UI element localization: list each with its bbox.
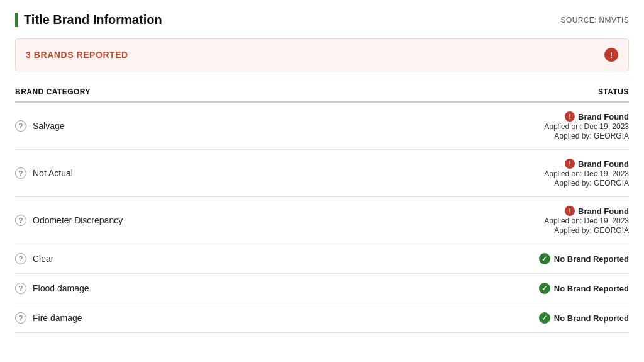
brand-applied-by: Applied by: GEORGIA <box>554 132 629 140</box>
brand-found-status: !Brand FoundApplied on: Dec 19, 2023Appl… <box>544 206 629 235</box>
table-header: BRAND CATEGORY STATUS <box>15 84 629 103</box>
table-row: ?Clear✓No Brand Reported <box>15 244 629 274</box>
brand-name: Fire damage <box>33 313 82 323</box>
help-icon[interactable]: ? <box>15 283 26 294</box>
brand-applied-on: Applied on: Dec 19, 2023 <box>544 169 629 178</box>
brand-found-status: !Brand FoundApplied on: Dec 19, 2023Appl… <box>544 159 629 188</box>
brands-reported-banner: 3 BRANDS REPORTED ! <box>15 38 629 71</box>
brand-row-left: ?Salvage <box>15 120 65 132</box>
brand-name: Odometer Discrepancy <box>33 215 123 225</box>
no-brand-label: No Brand Reported <box>554 254 629 264</box>
brand-row-right: !Brand FoundApplied on: Dec 19, 2023Appl… <box>544 159 629 188</box>
brand-found-label: Brand Found <box>578 159 629 169</box>
brand-name: Flood damage <box>33 283 89 293</box>
no-brand-check-icon: ✓ <box>539 283 550 294</box>
brand-row-right: ✓No Brand Reported <box>539 312 629 324</box>
brand-applied-on: Applied on: Dec 19, 2023 <box>544 217 629 225</box>
no-brand-check-icon: ✓ <box>539 253 550 264</box>
help-icon[interactable]: ? <box>15 215 26 226</box>
brand-name: Salvage <box>33 121 65 131</box>
no-brand-label: No Brand Reported <box>554 284 629 293</box>
page-header: Title Brand Information SOURCE: NMVTIS <box>15 13 629 27</box>
brand-found-label: Brand Found <box>578 206 629 216</box>
brand-found-label: Brand Found <box>578 112 629 122</box>
col-category-header: BRAND CATEGORY <box>15 88 91 96</box>
no-brand-status: ✓No Brand Reported <box>539 312 629 324</box>
brand-name: Not Actual <box>33 168 73 178</box>
help-icon[interactable]: ? <box>15 312 26 324</box>
no-brand-label: No Brand Reported <box>554 314 629 323</box>
brand-found-line: !Brand Found <box>565 111 629 122</box>
brands-reported-text: 3 BRANDS REPORTED <box>26 50 128 60</box>
brand-found-warning-icon: ! <box>565 206 575 216</box>
table-row: ?Flood damage✓No Brand Reported <box>15 274 629 303</box>
banner-warning-icon: ! <box>604 48 618 62</box>
brand-found-status: !Brand FoundApplied on: Dec 19, 2023Appl… <box>544 111 629 140</box>
help-icon[interactable]: ? <box>15 253 26 264</box>
table-row: ?Fire damage✓No Brand Reported <box>15 303 629 333</box>
no-brand-check-icon: ✓ <box>539 312 550 324</box>
brand-row-left: ?Fire damage <box>15 312 82 324</box>
no-brand-status: ✓No Brand Reported <box>539 253 629 264</box>
help-icon[interactable]: ? <box>15 167 26 179</box>
brand-row-right: !Brand FoundApplied on: Dec 19, 2023Appl… <box>544 111 629 140</box>
brand-found-warning-icon: ! <box>565 111 575 122</box>
brand-applied-by: Applied by: GEORGIA <box>554 179 629 188</box>
table-row: ?Odometer Discrepancy!Brand FoundApplied… <box>15 197 629 244</box>
table-row: ?Not Actual!Brand FoundApplied on: Dec 1… <box>15 150 629 197</box>
source-label: SOURCE: NMVTIS <box>561 16 629 25</box>
brand-row-left: ?Flood damage <box>15 283 89 294</box>
brand-row-right: ✓No Brand Reported <box>539 253 629 264</box>
brand-row-left: ?Not Actual <box>15 167 73 179</box>
brand-found-line: !Brand Found <box>565 159 629 169</box>
brand-row-right: !Brand FoundApplied on: Dec 19, 2023Appl… <box>544 206 629 235</box>
brand-applied-on: Applied on: Dec 19, 2023 <box>544 122 629 131</box>
brand-found-line: !Brand Found <box>565 206 629 216</box>
brand-name: Clear <box>33 254 53 264</box>
brand-found-warning-icon: ! <box>565 159 575 169</box>
col-status-header: STATUS <box>598 88 629 96</box>
brand-applied-by: Applied by: GEORGIA <box>554 226 629 235</box>
no-brand-status: ✓No Brand Reported <box>539 283 629 294</box>
brand-row-left: ?Clear <box>15 253 53 264</box>
page-title: Title Brand Information <box>24 13 162 27</box>
table-row: ?Salvage!Brand FoundApplied on: Dec 19, … <box>15 103 629 150</box>
brand-row-right: ✓No Brand Reported <box>539 283 629 294</box>
brand-rows-container: ?Salvage!Brand FoundApplied on: Dec 19, … <box>15 103 629 333</box>
brand-row-left: ?Odometer Discrepancy <box>15 215 123 226</box>
page-wrapper: Title Brand Information SOURCE: NMVTIS 3… <box>0 0 644 346</box>
help-icon[interactable]: ? <box>15 120 26 132</box>
